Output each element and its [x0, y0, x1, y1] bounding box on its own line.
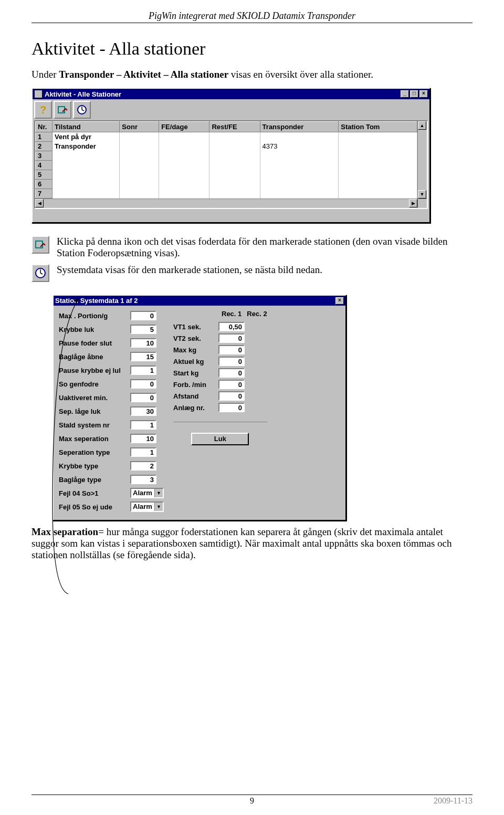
field-label: Aktuel kg	[173, 358, 215, 365]
page-footer: 9 2009-11-13	[32, 795, 472, 806]
column-header[interactable]: Rest/FE	[209, 122, 260, 132]
table-cell: 5	[36, 170, 52, 180]
table-cell	[120, 180, 159, 189]
activity-window: Aktivitet - Alle Stationer _ □ × ?	[32, 88, 430, 223]
table-cell: 4373	[260, 142, 339, 151]
table-row[interactable]: 6	[36, 180, 417, 189]
table-cell: 3	[36, 151, 52, 161]
table-row[interactable]: 1Vent på dyr	[36, 132, 417, 142]
clock-icon	[35, 267, 46, 279]
field-input[interactable]	[130, 461, 156, 471]
chevron-down-icon[interactable]: ▼	[154, 489, 163, 497]
help-icon: ?	[40, 104, 46, 116]
table-cell	[120, 142, 159, 151]
column-header[interactable]: Nr.	[36, 122, 52, 132]
maximize-button[interactable]: □	[410, 90, 418, 98]
vertical-scrollbar[interactable]: ▲ ▼	[417, 121, 427, 198]
table-row[interactable]: 2Transponder4373	[36, 142, 417, 151]
column-header[interactable]: Sonr	[120, 122, 159, 132]
field-input[interactable]	[130, 406, 156, 416]
field-input[interactable]	[130, 325, 156, 334]
field-row: Max seperation	[59, 433, 164, 444]
chevron-down-icon[interactable]: ▼	[154, 503, 163, 511]
field-label: Baglåge type	[59, 476, 127, 484]
intro-paragraph: Under Transponder – Aktivitet – Alla sta…	[32, 69, 472, 80]
table-cell	[159, 132, 209, 142]
field-input[interactable]	[218, 333, 245, 343]
horizontal-scrollbar[interactable]: ◀ ▶	[35, 198, 427, 208]
table-cell	[209, 161, 260, 170]
foderdata-button[interactable]	[54, 101, 71, 119]
page-number: 9	[250, 796, 254, 806]
activity-titlebar[interactable]: Aktivitet - Alle Stationer _ □ ×	[33, 89, 429, 99]
dialog-close-button[interactable]: ×	[335, 297, 344, 305]
field-label: Seperation type	[59, 448, 127, 456]
field-row: Baglåge åbne	[59, 351, 164, 362]
field-input[interactable]	[218, 403, 245, 412]
table-cell	[339, 132, 417, 142]
table-cell: 4	[36, 161, 52, 170]
field-label: Max . Portion/g	[59, 312, 127, 320]
close-button[interactable]: ×	[419, 90, 428, 98]
luk-button[interactable]: Luk	[191, 433, 249, 445]
column-header[interactable]: FE/dage	[159, 122, 209, 132]
systemdata-text: Systemdata visas för den markerade stati…	[57, 264, 322, 276]
table-cell	[209, 170, 260, 180]
systemdata-button[interactable]	[73, 101, 91, 119]
field-label: Max kg	[173, 346, 215, 354]
field-input[interactable]	[130, 338, 156, 348]
field-row: Fejl 04 So>1Alarm▼	[59, 487, 164, 499]
minimize-button[interactable]: _	[401, 90, 409, 98]
field-select[interactable]: Alarm▼	[130, 488, 164, 498]
field-input[interactable]	[130, 352, 156, 361]
help-button[interactable]: ?	[34, 101, 52, 119]
column-header[interactable]: Station Tom	[339, 122, 417, 132]
field-label: Fejl 05 So ej ude	[59, 503, 127, 511]
field-input[interactable]	[218, 380, 245, 389]
field-input[interactable]	[218, 322, 245, 331]
field-input[interactable]	[130, 475, 156, 484]
field-input[interactable]	[218, 391, 245, 401]
stations-table[interactable]: Nr.TilstandSonrFE/dageRest/FETransponder…	[35, 121, 417, 198]
field-label: VT2 sek.	[173, 335, 215, 342]
column-header[interactable]: Transponder	[260, 122, 339, 132]
field-input[interactable]	[130, 379, 156, 389]
field-input[interactable]	[130, 420, 156, 430]
field-input[interactable]	[130, 393, 156, 402]
field-row: Forb. /min	[173, 379, 267, 390]
field-label: Fejl 04 So>1	[59, 489, 127, 497]
field-row: Afstand	[173, 390, 267, 402]
scroll-left-icon[interactable]: ◀	[35, 199, 44, 207]
table-row[interactable]: 7	[36, 189, 417, 198]
field-input[interactable]	[218, 368, 245, 378]
table-cell	[339, 170, 417, 180]
field-input[interactable]	[218, 357, 245, 366]
table-cell	[159, 142, 209, 151]
scroll-up-icon[interactable]: ▲	[418, 121, 426, 130]
field-label: Uaktiveret min.	[59, 394, 127, 402]
field-input[interactable]	[130, 447, 156, 457]
field-label: Max seperation	[59, 435, 127, 443]
systemdata-titlebar[interactable]: Station Systemdata 1 af 2 ×	[54, 296, 345, 306]
table-cell	[52, 151, 120, 161]
table-cell: 6	[36, 180, 52, 189]
field-select[interactable]: Alarm▼	[130, 501, 164, 512]
rec2-label: Rec. 2	[247, 310, 267, 318]
field-label: Start kg	[173, 369, 215, 377]
field-input[interactable]	[130, 311, 156, 320]
column-header[interactable]: Tilstand	[52, 122, 120, 132]
table-row[interactable]: 3	[36, 151, 417, 161]
field-input[interactable]	[130, 365, 156, 375]
table-row[interactable]: 5	[36, 170, 417, 180]
foderdata-icon	[57, 105, 68, 115]
scroll-right-icon[interactable]: ▶	[409, 199, 417, 207]
field-input[interactable]	[130, 434, 156, 443]
table-row[interactable]: 4	[36, 161, 417, 170]
table-cell	[260, 151, 339, 161]
field-label: VT1 sek.	[173, 323, 215, 331]
foderdata-description: Klicka på denna ikon och det visas foder…	[32, 236, 472, 259]
field-input[interactable]	[218, 345, 245, 354]
svg-rect-2	[36, 241, 43, 248]
select-value: Alarm	[131, 489, 154, 497]
scroll-down-icon[interactable]: ▼	[418, 190, 426, 198]
